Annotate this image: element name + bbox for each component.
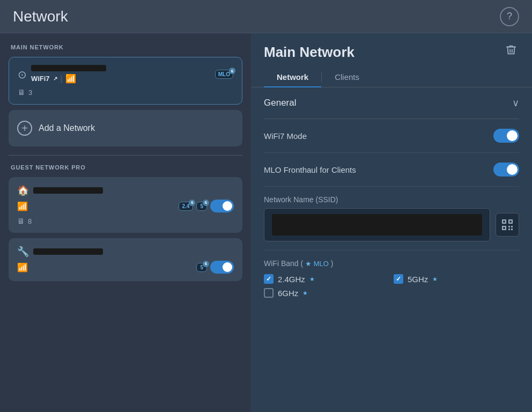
guest-bottom-row-2: 📶 5 6 — [17, 261, 234, 274]
ssid-input[interactable] — [264, 208, 490, 241]
delete-button[interactable] — [503, 42, 519, 61]
network-name-label: Network Name (SSID) — [264, 195, 519, 204]
guest-network-label: GUEST NETWORK PRO — [9, 164, 242, 171]
svg-rect-8 — [508, 229, 510, 230]
add-icon: + — [17, 121, 32, 136]
guest-controls-2: 5 6 — [196, 261, 234, 274]
main-network-label: MAIN NETWORK — [9, 44, 242, 50]
network-name-row — [264, 208, 519, 241]
guest-name-area-1: 🏠 — [17, 185, 103, 196]
star-6: ★ — [302, 290, 308, 297]
card-name-block: WiFi7 ↗ | 📶 — [31, 65, 106, 84]
guest-card-2[interactable]: 🔧 📶 5 6 — [9, 238, 242, 281]
svg-rect-3 — [509, 220, 512, 223]
svg-rect-7 — [511, 226, 513, 227]
checkbox-2-4[interactable]: ✓ — [264, 274, 274, 284]
svg-rect-1 — [503, 220, 505, 223]
svg-rect-5 — [503, 227, 505, 229]
star-5: ★ — [432, 276, 438, 283]
add-network-card[interactable]: + Add a Network — [9, 110, 242, 146]
tabs: Network Clients — [251, 67, 532, 87]
wifi7-mode-toggle[interactable] — [493, 129, 519, 143]
wrench-icon: 🔧 — [17, 246, 29, 258]
wifi7-mode-label: WiFi7 Mode — [264, 131, 307, 141]
band-dot-5: 6 — [203, 200, 209, 206]
guest-clients-row-1: 🖥 8 — [17, 217, 234, 225]
guest-controls-1: 2.4 6 5 6 — [179, 200, 234, 212]
tab-network[interactable]: Network — [264, 67, 321, 87]
card-bottom: 🖥 3 — [18, 88, 233, 97]
svg-rect-6 — [508, 226, 510, 227]
band-6-label: 6GHz — [278, 289, 298, 298]
ssid-masked — [31, 65, 106, 71]
mlo-fronthaul-label: MLO Fronthaul for Clients — [264, 165, 356, 174]
page-title: Network — [13, 8, 68, 25]
wifi7-mode-row: WiFi7 Mode — [264, 119, 519, 153]
checkbox-5[interactable]: ✓ — [394, 274, 403, 284]
band-badge-5-g2: 5 6 — [196, 263, 207, 272]
wifi-signal-icon-2: 📶 — [17, 262, 28, 273]
checkmark-5: ✓ — [396, 275, 401, 283]
band-option-5[interactable]: ✓ 5GHz ★ — [394, 274, 519, 284]
wifi-band-section: WiFi Band ( ★ MLO ) ✓ 2.4GHz ★ — [264, 251, 519, 306]
add-network-label: Add a Network — [39, 123, 95, 133]
band-5-label: 5GHz — [408, 275, 428, 284]
right-title: Main Network — [264, 42, 354, 61]
left-panel: MAIN NETWORK ⊙ WiFi7 ↗ | 📶 — [0, 33, 251, 412]
guest-clients-count-1: 8 — [28, 217, 32, 225]
card-top: ⊙ WiFi7 ↗ | 📶 MLO 6 — [18, 65, 233, 84]
general-label: General — [264, 98, 296, 108]
star-2-4: ★ — [309, 276, 315, 283]
wifi-band-label: WiFi Band ( ★ MLO ) — [264, 259, 519, 268]
clients-icon: 🖥 — [18, 88, 25, 97]
main-layout: MAIN NETWORK ⊙ WiFi7 ↗ | 📶 — [0, 33, 532, 412]
svg-rect-9 — [511, 229, 513, 230]
clients-count: 3 — [28, 89, 32, 97]
guest-home-icon: 🏠 — [17, 185, 29, 196]
mlo-badge: MLO 6 — [215, 70, 233, 79]
mlo-dot: 6 — [229, 68, 235, 74]
wifi-signal-icon-1: 📶 — [17, 201, 28, 211]
main-network-card[interactable]: ⊙ WiFi7 ↗ | 📶 MLO 6 — [9, 57, 242, 105]
guest-toggle-2[interactable] — [210, 261, 234, 274]
band-dot-5-g2: 6 — [203, 261, 209, 267]
band-badge-2-4: 2.4 6 — [179, 202, 194, 211]
settings-content: General ∨ WiFi7 Mode MLO Fronthaul for C… — [251, 87, 532, 412]
wifi7-label: WiFi7 — [31, 75, 50, 83]
wifi-icon: 📶 — [65, 73, 76, 84]
band-option-6[interactable]: 6GHz ★ — [264, 288, 389, 298]
guest-top-2: 🔧 — [17, 246, 234, 258]
card-name-row: ⊙ WiFi7 ↗ | 📶 — [18, 65, 106, 84]
guest-bottom-row-1: 📶 2.4 6 5 6 — [17, 200, 234, 212]
app-header: Network ? — [0, 0, 532, 33]
band-2-4-label: 2.4GHz — [278, 275, 305, 284]
cast-icon: ⊙ — [18, 68, 27, 81]
right-panel: Main Network Network Clients — [251, 33, 532, 412]
band-dot-2-4: 6 — [189, 200, 195, 206]
guest-ssid-bar-1 — [33, 187, 103, 194]
band-options: ✓ 2.4GHz ★ ✓ 5GHz ★ — [264, 274, 519, 298]
right-header: Main Network — [251, 33, 532, 61]
mlo-fronthaul-row: MLO Fronthaul for Clients — [264, 153, 519, 187]
qr-code-button[interactable] — [496, 213, 519, 237]
band-option-2-4[interactable]: ✓ 2.4GHz ★ — [264, 274, 389, 284]
checkmark-2-4: ✓ — [266, 275, 271, 283]
wifi7-badge: WiFi7 ↗ | 📶 — [31, 73, 106, 84]
superscript-arrow: ↗ — [53, 76, 57, 82]
mlo-fronthaul-toggle[interactable] — [493, 163, 519, 176]
section-divider — [9, 155, 242, 156]
help-button[interactable]: ? — [500, 7, 519, 26]
ssid-masked-value — [272, 214, 482, 236]
divider-bar: | — [61, 75, 63, 83]
guest-clients-icon-1: 🖥 — [17, 217, 25, 225]
mlo-tag: ★ MLO — [305, 260, 329, 268]
guest-top-1: 🏠 — [17, 185, 234, 196]
guest-ssid-bar-2 — [33, 248, 103, 255]
guest-card-1[interactable]: 🏠 📶 2.4 6 5 6 — [9, 177, 242, 233]
general-section-header[interactable]: General ∨ — [264, 87, 519, 119]
band-badge-5: 5 6 — [196, 202, 207, 211]
network-name-field-group: Network Name (SSID) — [264, 187, 519, 251]
checkbox-6[interactable] — [264, 288, 274, 298]
guest-toggle-1[interactable] — [210, 200, 234, 212]
tab-clients[interactable]: Clients — [322, 67, 372, 87]
